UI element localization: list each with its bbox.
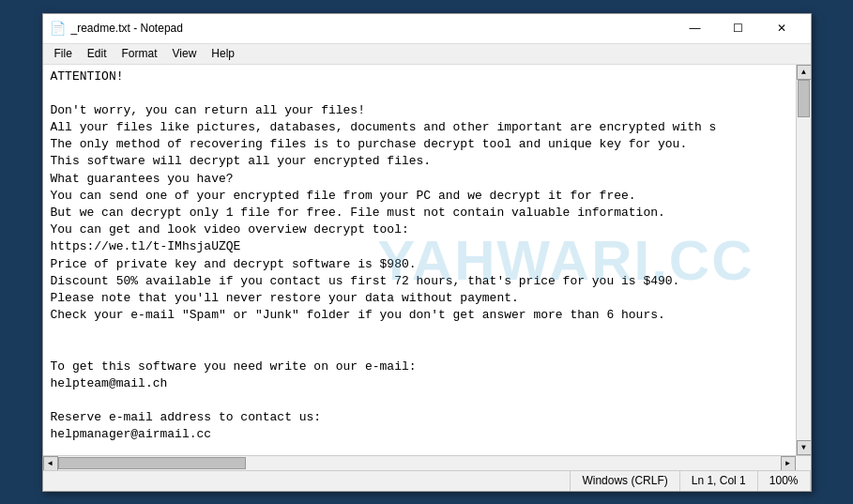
status-bar: Windows (CRLF) Ln 1, Col 1 100% <box>43 470 811 491</box>
scroll-right-button[interactable]: ► <box>781 456 796 471</box>
h-scroll-track[interactable] <box>58 456 781 470</box>
scroll-corner <box>796 456 811 471</box>
status-zoom: 100% <box>758 471 811 491</box>
menu-format[interactable]: Format <box>114 45 165 62</box>
maximize-button[interactable]: ☐ <box>717 13 760 43</box>
status-empty <box>43 471 571 491</box>
status-encoding: Windows (CRLF) <box>571 471 679 491</box>
window-controls: — ☐ ✕ <box>674 13 803 43</box>
window-title: _readme.txt - Notepad <box>71 22 674 35</box>
menu-file[interactable]: File <box>47 45 80 62</box>
app-icon: 📄 <box>51 21 66 36</box>
title-bar: 📄 _readme.txt - Notepad — ☐ ✕ <box>43 14 811 44</box>
scroll-track[interactable] <box>797 80 811 440</box>
editor-area: YAHWARI.CC ▲ ▼ <box>43 65 811 455</box>
minimize-button[interactable]: — <box>674 13 717 43</box>
h-scroll-thumb[interactable] <box>58 457 246 469</box>
vertical-scrollbar[interactable]: ▲ ▼ <box>796 65 811 455</box>
text-editor[interactable] <box>43 65 796 455</box>
notepad-window: 📄 _readme.txt - Notepad — ☐ ✕ File Edit … <box>42 13 812 492</box>
scroll-down-button[interactable]: ▼ <box>797 440 811 455</box>
scroll-left-button[interactable]: ◄ <box>43 456 58 471</box>
menu-view[interactable]: View <box>165 45 205 62</box>
close-button[interactable]: ✕ <box>760 13 803 43</box>
menu-bar: File Edit Format View Help <box>43 44 811 65</box>
menu-help[interactable]: Help <box>204 45 242 62</box>
status-position: Ln 1, Col 1 <box>680 471 758 491</box>
horizontal-scrollbar-area: ◄ ► <box>43 455 811 470</box>
scroll-up-button[interactable]: ▲ <box>797 65 811 80</box>
menu-edit[interactable]: Edit <box>80 45 114 62</box>
scroll-thumb[interactable] <box>798 80 810 117</box>
